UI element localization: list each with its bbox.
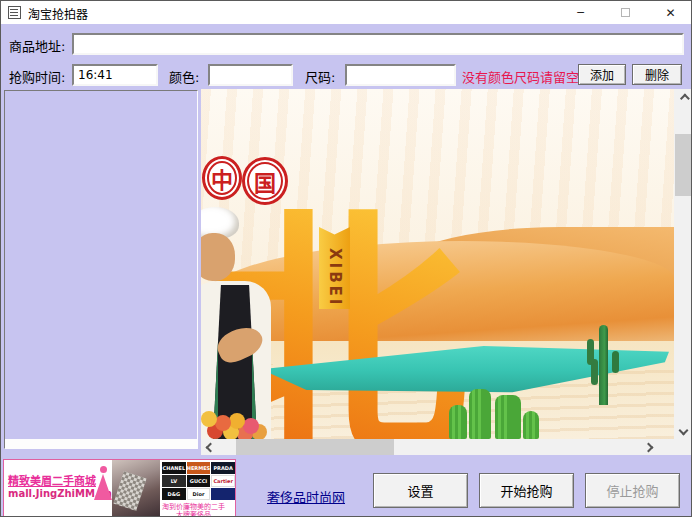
listbox-scroll-strip (5, 439, 197, 448)
brand-logo-dg: D&G (162, 488, 186, 500)
stop-buying-button[interactable]: 停止抢购 (585, 473, 680, 508)
buy-time-input[interactable] (72, 64, 158, 86)
ad-photo (112, 460, 160, 517)
window-title: 淘宝抢拍器 (28, 5, 88, 22)
scrollbar-corner (674, 439, 692, 455)
ad-woman-silhouette-icon (100, 466, 107, 473)
close-icon: ✕ (665, 6, 675, 20)
empty-hint-text: 没有颜色尺码请留空 (462, 67, 579, 86)
color-input[interactable] (208, 64, 293, 86)
banner-xibei-text: XIBEI (326, 248, 344, 309)
ad-brand-logos: CHANEL HERMES PRADA LV GUCCI Cartier D&G… (162, 462, 235, 500)
app-icon (8, 6, 21, 19)
scroll-right-button[interactable] (639, 439, 657, 455)
vertical-scrollbar[interactable] (674, 89, 692, 439)
banner-flowers (201, 411, 217, 427)
chevron-left-icon (205, 442, 215, 452)
size-label: 尺码: (305, 67, 335, 86)
color-label: 颜色: (169, 67, 199, 86)
delete-button[interactable]: 删除 (632, 64, 682, 85)
brand-logo-gucci: GUCCI (187, 475, 211, 487)
banner-stamp-guo: 国 (242, 157, 288, 205)
ad-banner[interactable]: 精致美眉二手商城 mall.JingZhiMM.cn CHANEL HERMES… (3, 459, 236, 517)
vertical-scrollbar-thumb[interactable] (675, 134, 691, 196)
maximize-button[interactable] (603, 1, 648, 24)
minimize-icon: − (576, 6, 585, 19)
product-url-input[interactable] (72, 33, 684, 55)
scroll-up-button[interactable] (674, 89, 692, 107)
banner-stamp-zhong: 中 (202, 156, 242, 200)
chevron-right-icon (643, 442, 653, 452)
scroll-down-button[interactable] (674, 421, 692, 439)
product-url-label: 商品地址: (9, 36, 65, 55)
maximize-icon (621, 8, 630, 17)
product-listbox[interactable] (4, 90, 198, 449)
luxury-site-link[interactable]: 奢侈品时尚网 (267, 487, 345, 506)
title-bar: 淘宝抢拍器 − ✕ (1, 1, 691, 24)
app-window: 淘宝抢拍器 − ✕ 商品地址: 抢购时间: 颜色: 尺码: 没有颜色尺码请留空 … (0, 0, 692, 517)
brand-logo-chanel: CHANEL (162, 462, 186, 474)
ad-shop-name: 精致美眉二手商城 (8, 472, 96, 488)
brand-logo-other (211, 488, 235, 500)
scroll-left-button[interactable] (201, 439, 219, 455)
horizontal-scrollbar[interactable] (201, 439, 674, 455)
brand-logo-hermes: HERMES (187, 462, 211, 474)
banner-man (201, 207, 287, 439)
brand-logo-cartier: Cartier (211, 475, 235, 487)
close-button[interactable]: ✕ (648, 1, 692, 24)
size-input[interactable] (345, 64, 456, 86)
brand-logo-prada: PRADA (211, 462, 235, 474)
buy-time-label: 抢购时间: (9, 67, 65, 86)
banner-cactus-tall (599, 325, 608, 405)
horizontal-scrollbar-thumb[interactable] (236, 439, 394, 455)
product-image: 北 XIBEI 中 国 (201, 89, 674, 439)
banner-cacti-small (449, 387, 545, 439)
settings-button[interactable]: 设置 (373, 473, 468, 508)
add-button[interactable]: 添加 (578, 64, 626, 85)
banner-xibei-ribbon: XIBEI (319, 227, 350, 309)
minimize-button[interactable]: − (558, 1, 603, 24)
chevron-down-icon (678, 425, 688, 435)
brand-logo-lv: LV (162, 475, 186, 487)
brand-logo-dior: Dior (187, 488, 211, 500)
ad-tagline-2: 大牌奢侈品 (176, 509, 211, 517)
chevron-up-icon (679, 93, 689, 103)
start-buying-button[interactable]: 开始抢购 (479, 473, 574, 508)
product-image-panel: 北 XIBEI 中 国 (201, 89, 692, 455)
